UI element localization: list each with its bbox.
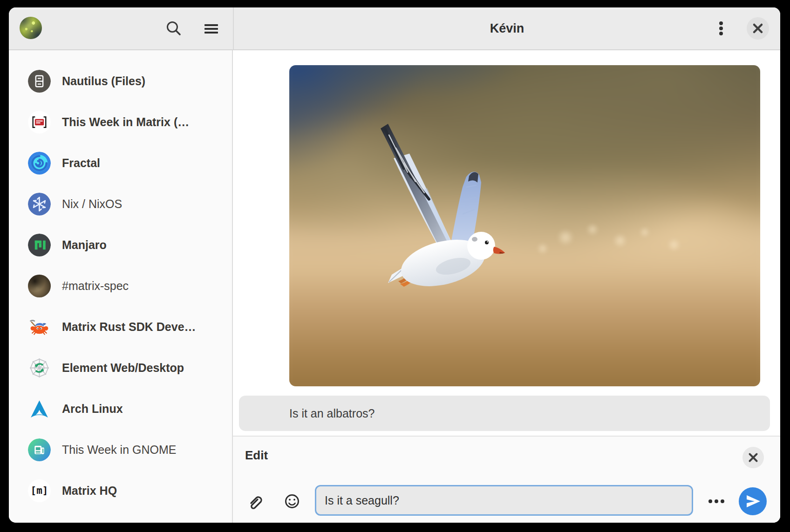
newspaper-icon [28, 438, 51, 461]
room-name: #matrix-spec [62, 279, 129, 293]
room-avatar-rust-sdk [28, 316, 51, 338]
search-icon [163, 18, 184, 39]
account-avatar[interactable] [20, 17, 42, 39]
room-avatar-nixos [28, 193, 51, 215]
sidebar-item-nixos[interactable]: Nix / NixOS [9, 183, 232, 224]
close-icon [747, 17, 769, 40]
titlebar-sidebar-section [9, 7, 234, 49]
file-cabinet-icon [28, 70, 51, 93]
paperclip-icon [245, 492, 264, 511]
emoji-button[interactable] [283, 492, 301, 511]
sidebar-item-nautilus[interactable]: Nautilus (Files) [9, 61, 232, 101]
room-avatar-element [28, 357, 51, 379]
titlebar-chat-section: Kévin [234, 7, 780, 49]
room-menu-button[interactable] [711, 18, 731, 39]
room-name: Nautilus (Files) [62, 74, 145, 88]
sidebar-item-manjaro[interactable]: Manjaro [9, 224, 232, 265]
room-name: This Week in Matrix (… [62, 115, 189, 129]
close-icon [742, 447, 764, 468]
room-avatar-manjaro [28, 234, 51, 256]
ellipsis-icon [705, 492, 728, 511]
sidebar-item-matrix-spec[interactable]: #matrix-spec [9, 265, 232, 306]
room-name: Matrix Rust SDK Deve… [62, 320, 196, 334]
message-bubble[interactable]: Is it an albatros? [239, 396, 770, 431]
sidebar-item-rust-sdk[interactable]: Matrix Rust SDK Deve… [9, 306, 232, 347]
room-avatar-twig [28, 438, 51, 461]
room-list-sidebar: Nautilus (Files) This Week in Mat [9, 50, 233, 523]
matrix-logo-glyph: [m] [31, 485, 48, 496]
room-avatar-matrix-spec [28, 275, 51, 297]
hamburger-menu-icon [204, 24, 218, 26]
room-name: Arch Linux [62, 402, 123, 416]
message-image[interactable] [289, 65, 760, 386]
snowflake-icon [28, 193, 51, 215]
kebab-menu-icon [711, 18, 731, 39]
room-avatar-nautilus [28, 70, 51, 93]
send-icon [739, 487, 767, 515]
attach-file-button[interactable] [245, 492, 264, 511]
seagull-illustration [289, 65, 760, 386]
manjaro-logo-icon [28, 234, 51, 256]
arch-linux-logo-icon [28, 397, 51, 420]
screen: Kévin [0, 0, 790, 532]
app-window: Kévin [9, 7, 780, 523]
edit-mode-label: Edit [245, 448, 268, 463]
composer-area: Edit [233, 437, 780, 523]
sidebar-item-matrix-hq[interactable]: [m] Matrix HQ [9, 470, 232, 511]
room-avatar-fractal [28, 152, 51, 175]
cancel-edit-button[interactable] [742, 447, 764, 468]
search-button[interactable] [163, 18, 184, 39]
message-text: Is it an albatros? [289, 407, 375, 420]
fractal-spiral-icon [28, 152, 51, 175]
sidebar-item-twig[interactable]: This Week in GNOME [9, 429, 232, 470]
room-avatar-arch [28, 397, 51, 420]
room-name: Element Web/Desktop [62, 361, 184, 375]
room-name: Fractal [62, 156, 100, 170]
smiley-icon [283, 492, 301, 511]
message-edit-input[interactable] [315, 485, 693, 516]
sidebar-item-fractal[interactable]: Fractal [9, 142, 232, 183]
twim-logo-icon [28, 111, 51, 134]
room-name: Manjaro [62, 238, 107, 252]
main-menu-button[interactable] [202, 20, 220, 38]
window-close-button[interactable] [747, 17, 769, 40]
more-options-button[interactable] [705, 492, 728, 511]
room-name: Nix / NixOS [62, 197, 122, 211]
web-sync-icon [28, 357, 51, 379]
room-name: This Week in GNOME [62, 443, 176, 457]
ferris-crab-icon [28, 316, 51, 338]
room-avatar-twim [28, 111, 51, 134]
room-avatar-matrix-hq: [m] [28, 479, 51, 502]
sidebar-item-arch[interactable]: Arch Linux [9, 388, 232, 429]
send-button[interactable] [739, 487, 767, 515]
chat-title: Kévin [234, 7, 780, 49]
chat-pane: Is it an albatros? Edit [233, 50, 780, 523]
window-body: Nautilus (Files) This Week in Mat [9, 50, 780, 523]
sidebar-item-twim[interactable]: This Week in Matrix (… [9, 101, 232, 142]
titlebar: Kévin [9, 7, 780, 50]
room-name: Matrix HQ [62, 484, 117, 498]
sidebar-item-element[interactable]: Element Web/Desktop [9, 347, 232, 388]
